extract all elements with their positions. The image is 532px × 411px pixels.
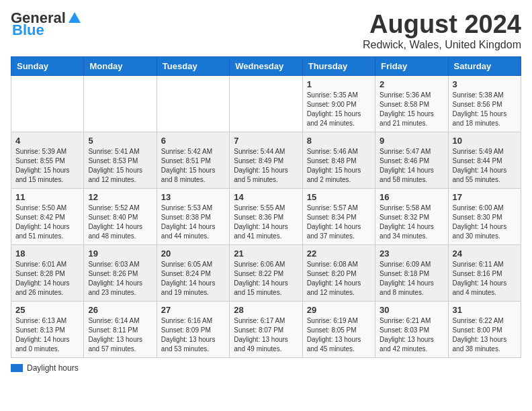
- day-info: Sunrise: 6:03 AMSunset: 8:26 PMDaylight:…: [88, 260, 152, 298]
- calendar-cell: 22Sunrise: 6:08 AMSunset: 8:20 PMDayligh…: [302, 244, 375, 301]
- day-info: Sunrise: 6:06 AMSunset: 8:22 PMDaylight:…: [234, 260, 298, 298]
- page-header: General Blue August 2024 Redwick, Wales,…: [11, 11, 521, 51]
- day-info: Sunrise: 6:11 AMSunset: 8:16 PMDaylight:…: [453, 260, 517, 298]
- day-number: 13: [161, 192, 225, 202]
- calendar-cell: 20Sunrise: 6:05 AMSunset: 8:24 PMDayligh…: [157, 244, 229, 301]
- logo: General Blue: [11, 11, 82, 38]
- calendar-week-3: 11Sunrise: 5:50 AMSunset: 8:42 PMDayligh…: [11, 188, 521, 244]
- day-number: 14: [234, 192, 298, 202]
- day-number: 6: [161, 136, 225, 146]
- day-number: 17: [453, 192, 517, 202]
- calendar-cell: [11, 75, 84, 132]
- legend: Daylight hours: [11, 363, 521, 373]
- calendar-cell: 31Sunrise: 6:22 AMSunset: 8:00 PMDayligh…: [448, 301, 521, 357]
- calendar-cell: 17Sunrise: 6:00 AMSunset: 8:30 PMDayligh…: [448, 188, 521, 244]
- day-number: 23: [380, 248, 443, 259]
- day-number: 1: [307, 79, 371, 89]
- calendar-week-5: 25Sunrise: 6:13 AMSunset: 8:13 PMDayligh…: [11, 301, 521, 357]
- day-number: 2: [380, 79, 443, 89]
- day-info: Sunrise: 5:44 AMSunset: 8:49 PMDaylight:…: [234, 147, 298, 185]
- calendar-cell: 29Sunrise: 6:19 AMSunset: 8:05 PMDayligh…: [302, 301, 375, 357]
- calendar-cell: 23Sunrise: 6:09 AMSunset: 8:18 PMDayligh…: [375, 244, 448, 301]
- logo-icon: [67, 11, 82, 26]
- day-number: 4: [15, 136, 79, 146]
- day-info: Sunrise: 5:35 AMSunset: 9:00 PMDaylight:…: [307, 91, 371, 128]
- day-number: 7: [234, 136, 298, 146]
- calendar-cell: 5Sunrise: 5:41 AMSunset: 8:53 PMDaylight…: [84, 132, 157, 188]
- calendar-cell: 1Sunrise: 5:35 AMSunset: 9:00 PMDaylight…: [302, 75, 375, 132]
- day-number: 18: [15, 248, 79, 259]
- legend-label: Daylight hours: [27, 363, 79, 373]
- day-info: Sunrise: 6:08 AMSunset: 8:20 PMDaylight:…: [307, 260, 371, 298]
- calendar-cell: 13Sunrise: 5:53 AMSunset: 8:38 PMDayligh…: [157, 188, 229, 244]
- day-number: 24: [453, 248, 517, 259]
- header-day-monday: Monday: [84, 56, 157, 75]
- svg-marker-0: [69, 12, 81, 23]
- calendar-cell: 30Sunrise: 6:21 AMSunset: 8:03 PMDayligh…: [375, 301, 448, 357]
- header-day-sunday: Sunday: [11, 56, 84, 75]
- location: Redwick, Wales, United Kingdom: [363, 39, 521, 51]
- day-info: Sunrise: 6:19 AMSunset: 8:05 PMDaylight:…: [307, 316, 371, 354]
- calendar-cell: 11Sunrise: 5:50 AMSunset: 8:42 PMDayligh…: [11, 188, 84, 244]
- day-info: Sunrise: 5:58 AMSunset: 8:32 PMDaylight:…: [380, 203, 443, 241]
- header-day-thursday: Thursday: [302, 56, 375, 75]
- day-info: Sunrise: 5:46 AMSunset: 8:48 PMDaylight:…: [307, 147, 371, 185]
- calendar-cell: 9Sunrise: 5:47 AMSunset: 8:46 PMDaylight…: [375, 132, 448, 188]
- day-info: Sunrise: 5:52 AMSunset: 8:40 PMDaylight:…: [88, 203, 152, 241]
- day-number: 8: [307, 136, 371, 146]
- day-number: 15: [307, 192, 371, 202]
- logo-blue: Blue: [12, 23, 44, 38]
- day-number: 11: [15, 192, 79, 202]
- calendar-cell: 14Sunrise: 5:55 AMSunset: 8:36 PMDayligh…: [230, 188, 302, 244]
- day-number: 27: [161, 305, 225, 315]
- calendar-week-1: 1Sunrise: 5:35 AMSunset: 9:00 PMDaylight…: [11, 75, 521, 132]
- day-number: 9: [380, 136, 443, 146]
- day-number: 3: [453, 79, 517, 89]
- legend-color-box: [11, 364, 23, 372]
- day-number: 29: [307, 305, 371, 315]
- day-info: Sunrise: 5:39 AMSunset: 8:55 PMDaylight:…: [15, 147, 79, 185]
- day-info: Sunrise: 5:41 AMSunset: 8:53 PMDaylight:…: [88, 147, 152, 185]
- calendar-cell: 10Sunrise: 5:49 AMSunset: 8:44 PMDayligh…: [448, 132, 521, 188]
- calendar-cell: 8Sunrise: 5:46 AMSunset: 8:48 PMDaylight…: [302, 132, 375, 188]
- day-number: 19: [88, 248, 152, 259]
- calendar-cell: 24Sunrise: 6:11 AMSunset: 8:16 PMDayligh…: [448, 244, 521, 301]
- header-day-tuesday: Tuesday: [157, 56, 229, 75]
- day-number: 16: [380, 192, 443, 202]
- day-info: Sunrise: 5:53 AMSunset: 8:38 PMDaylight:…: [161, 203, 225, 241]
- day-info: Sunrise: 5:36 AMSunset: 8:58 PMDaylight:…: [380, 91, 443, 128]
- calendar-week-2: 4Sunrise: 5:39 AMSunset: 8:55 PMDaylight…: [11, 132, 521, 188]
- day-info: Sunrise: 6:00 AMSunset: 8:30 PMDaylight:…: [453, 203, 517, 241]
- calendar-cell: 7Sunrise: 5:44 AMSunset: 8:49 PMDaylight…: [230, 132, 302, 188]
- calendar-cell: 26Sunrise: 6:14 AMSunset: 8:11 PMDayligh…: [84, 301, 157, 357]
- calendar-cell: 25Sunrise: 6:13 AMSunset: 8:13 PMDayligh…: [11, 301, 84, 357]
- calendar-cell: 21Sunrise: 6:06 AMSunset: 8:22 PMDayligh…: [230, 244, 302, 301]
- calendar-cell: 12Sunrise: 5:52 AMSunset: 8:40 PMDayligh…: [84, 188, 157, 244]
- title-block: August 2024 Redwick, Wales, United Kingd…: [363, 11, 521, 51]
- calendar-cell: [230, 75, 302, 132]
- header-row: SundayMondayTuesdayWednesdayThursdayFrid…: [11, 56, 521, 75]
- calendar-cell: 19Sunrise: 6:03 AMSunset: 8:26 PMDayligh…: [84, 244, 157, 301]
- day-info: Sunrise: 5:50 AMSunset: 8:42 PMDaylight:…: [15, 203, 79, 241]
- calendar-cell: 28Sunrise: 6:17 AMSunset: 8:07 PMDayligh…: [230, 301, 302, 357]
- day-info: Sunrise: 5:55 AMSunset: 8:36 PMDaylight:…: [234, 203, 298, 241]
- calendar-cell: [157, 75, 229, 132]
- day-info: Sunrise: 5:42 AMSunset: 8:51 PMDaylight:…: [161, 147, 225, 185]
- day-number: 21: [234, 248, 298, 259]
- day-number: 30: [380, 305, 443, 315]
- day-info: Sunrise: 6:16 AMSunset: 8:09 PMDaylight:…: [161, 316, 225, 354]
- day-info: Sunrise: 5:57 AMSunset: 8:34 PMDaylight:…: [307, 203, 371, 241]
- day-number: 28: [234, 305, 298, 315]
- calendar-table: SundayMondayTuesdayWednesdayThursdayFrid…: [11, 56, 521, 358]
- header-day-friday: Friday: [375, 56, 448, 75]
- day-number: 31: [453, 305, 517, 315]
- month-title: August 2024: [363, 11, 521, 39]
- calendar-cell: 4Sunrise: 5:39 AMSunset: 8:55 PMDaylight…: [11, 132, 84, 188]
- day-info: Sunrise: 6:05 AMSunset: 8:24 PMDaylight:…: [161, 260, 225, 298]
- day-number: 12: [88, 192, 152, 202]
- day-number: 5: [88, 136, 152, 146]
- calendar-cell: 15Sunrise: 5:57 AMSunset: 8:34 PMDayligh…: [302, 188, 375, 244]
- day-info: Sunrise: 6:09 AMSunset: 8:18 PMDaylight:…: [380, 260, 443, 298]
- day-info: Sunrise: 6:22 AMSunset: 8:00 PMDaylight:…: [453, 316, 517, 354]
- day-info: Sunrise: 5:49 AMSunset: 8:44 PMDaylight:…: [453, 147, 517, 185]
